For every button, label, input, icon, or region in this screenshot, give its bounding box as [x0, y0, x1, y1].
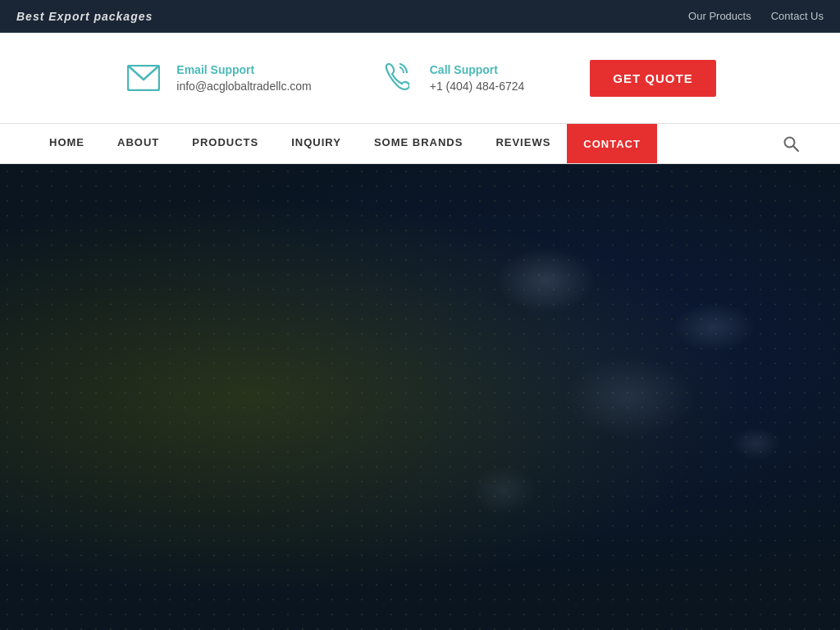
search-icon[interactable]	[774, 124, 807, 163]
email-text-group: Email Support info@acglobaltradellc.com	[176, 63, 311, 93]
info-bar: Email Support info@acglobaltradellc.com …	[0, 33, 840, 123]
email-support-block: Email Support info@acglobaltradellc.com	[124, 58, 311, 98]
call-support-block: Call Support +1 (404) 484-6724	[377, 58, 525, 98]
call-support-value: +1 (404) 484-6724	[430, 80, 525, 93]
hero-scatter	[0, 164, 840, 630]
nav-products[interactable]: PRODUCTS	[176, 124, 275, 163]
email-support-label: Email Support	[176, 63, 311, 76]
nav-about[interactable]: ABOUT	[101, 124, 176, 163]
contact-us-link[interactable]: Contact Us	[771, 10, 824, 22]
our-products-link[interactable]: Our Products	[688, 10, 751, 22]
nav-bar: HOME ABOUT PRODUCTS INQUIRY SOME BRANDS …	[0, 123, 840, 164]
site-logo: Best Export packages	[16, 10, 153, 23]
get-quote-button[interactable]: Get Quote	[590, 60, 715, 97]
nav-spacer	[657, 124, 774, 163]
svg-line-2	[794, 147, 799, 152]
phone-icon	[377, 58, 417, 98]
nav-reviews[interactable]: REVIEWS	[479, 124, 567, 163]
svg-point-1	[785, 138, 795, 148]
email-support-value: info@acglobaltradellc.com	[176, 80, 311, 93]
nav-inquiry[interactable]: INQUIRY	[275, 124, 358, 163]
top-bar: Best Export packages Our Products Contac…	[0, 0, 840, 33]
nav-home[interactable]: HOME	[33, 124, 101, 163]
nav-contact[interactable]: CONTACT	[567, 124, 657, 163]
call-support-label: Call Support	[430, 63, 525, 76]
call-text-group: Call Support +1 (404) 484-6724	[430, 63, 525, 93]
email-icon	[124, 58, 163, 98]
nav-some-brands[interactable]: SOME BRANDS	[358, 124, 480, 163]
hero-section	[0, 164, 840, 630]
top-bar-links: Our Products Contact Us	[688, 10, 824, 22]
